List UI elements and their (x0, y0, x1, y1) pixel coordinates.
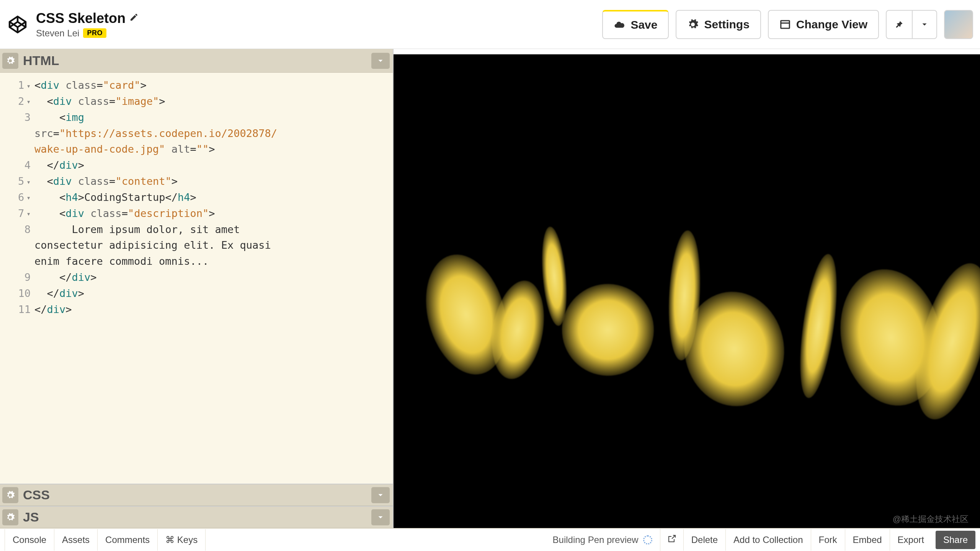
fold-icon[interactable]: ▾ (26, 192, 31, 203)
footer-tab-embed[interactable]: Embed (845, 529, 890, 551)
code-text[interactable]: </div> (34, 157, 393, 173)
panel-header-js: JS (0, 506, 393, 528)
css-settings-button[interactable] (2, 487, 18, 503)
code-text[interactable]: Lorem ipsum dolor, sit amet (34, 222, 393, 238)
panel-title-js: JS (23, 510, 39, 525)
code-line[interactable]: 1▾<div class="card"> (0, 77, 393, 93)
code-text[interactable]: src="https://assets.codepen.io/2002878/ (34, 126, 393, 142)
code-line[interactable]: 6▾ <h4>CodingStartup</h4> (0, 189, 393, 205)
code-line[interactable]: 11</div> (0, 302, 393, 318)
code-text[interactable]: </div> (34, 302, 393, 318)
codepen-logo-icon[interactable] (7, 14, 28, 35)
footer-tab-delete[interactable]: Delete (683, 529, 725, 551)
js-collapse-button[interactable] (371, 509, 390, 525)
fold-icon[interactable]: ▾ (26, 177, 31, 187)
pin-button[interactable] (887, 11, 912, 38)
code-line[interactable]: 3 <img (0, 109, 393, 126)
chevron-down-icon (920, 20, 929, 29)
code-text[interactable]: consectetur adipisicing elit. Ex quasi (34, 237, 393, 253)
line-number: 3 (0, 109, 34, 126)
main: HTML 1▾<div class="card">2▾ <div class="… (0, 49, 980, 528)
code-line[interactable]: 5▾ <div class="content"> (0, 173, 393, 189)
fold-icon[interactable]: ▾ (26, 96, 31, 107)
code-line[interactable]: consectetur adipisicing elit. Ex quasi (0, 237, 393, 253)
save-button[interactable]: Save (602, 10, 669, 39)
fold-icon[interactable]: ▾ (26, 209, 31, 219)
footer-tab-comments[interactable]: Comments (98, 529, 158, 551)
code-text[interactable]: <div class="image"> (34, 93, 393, 109)
settings-button[interactable]: Settings (676, 10, 761, 39)
gear-icon (6, 513, 15, 522)
share-button[interactable]: Share (936, 531, 975, 549)
change-view-button[interactable]: Change View (768, 10, 879, 39)
code-text[interactable]: </div> (34, 285, 393, 302)
panel-header-html: HTML (0, 49, 393, 73)
code-text[interactable]: enim facere commodi omnis... (34, 253, 393, 269)
spinner-icon (643, 535, 652, 544)
pin-dropdown-button[interactable] (912, 11, 936, 38)
pin-icon (894, 20, 904, 29)
title-block: CSS Skeleton Steven Lei PRO (36, 10, 139, 39)
header-left: CSS Skeleton Steven Lei PRO (7, 10, 139, 39)
code-text[interactable]: <div class="content"> (34, 173, 393, 189)
code-line[interactable]: 9 </div> (0, 269, 393, 285)
code-line[interactable]: 8 Lorem ipsum dolor, sit amet (0, 222, 393, 238)
footer-tab-export[interactable]: Export (890, 529, 932, 551)
footer-tab-console[interactable]: Console (5, 529, 54, 551)
code-text[interactable]: <h4>CodingStartup</h4> (34, 189, 393, 205)
editor-column: HTML 1▾<div class="card">2▾ <div class="… (0, 49, 394, 528)
code-text[interactable]: <img (34, 109, 393, 126)
line-number: 2▾ (0, 93, 34, 109)
panel-title-css: CSS (23, 487, 50, 502)
footer-tab-assets[interactable]: Assets (54, 529, 98, 551)
footer-tab-fork[interactable]: Fork (811, 529, 845, 551)
js-settings-button[interactable] (2, 509, 18, 525)
html-collapse-button[interactable] (371, 53, 390, 69)
external-link-icon (667, 534, 676, 543)
code-text[interactable]: <div class="card"> (34, 77, 393, 93)
cloud-icon (614, 19, 625, 31)
change-view-label: Change View (796, 18, 867, 31)
panel-header-css: CSS (0, 484, 393, 506)
code-line[interactable]: 2▾ <div class="image"> (0, 93, 393, 109)
pin-group (886, 10, 937, 39)
line-number: 1▾ (0, 77, 34, 93)
user-avatar[interactable] (944, 10, 973, 39)
chevron-down-icon (376, 513, 385, 522)
edit-title-icon[interactable] (129, 13, 139, 24)
chevron-down-icon (376, 57, 385, 65)
chevron-down-icon (376, 491, 385, 499)
code-line[interactable]: 7▾ <div class="description"> (0, 205, 393, 222)
html-code-editor[interactable]: 1▾<div class="card">2▾ <div class="image… (0, 73, 393, 484)
fold-icon[interactable]: ▾ (26, 81, 31, 91)
settings-label: Settings (704, 18, 749, 31)
code-text[interactable]: wake-up-and-code.jpg" alt=""> (34, 141, 393, 157)
code-line[interactable]: 10 </div> (0, 285, 393, 302)
header-right: Save Settings Change View (602, 10, 973, 39)
line-number: 8 (0, 222, 34, 238)
author-name[interactable]: Steven Lei (36, 28, 79, 39)
html-settings-button[interactable] (2, 53, 18, 69)
line-number: 9 (0, 269, 34, 285)
code-text[interactable]: <div class="description"> (34, 205, 393, 222)
code-line[interactable]: wake-up-and-code.jpg" alt=""> (0, 141, 393, 157)
gear-icon (6, 56, 15, 65)
footer-tab--keys[interactable]: ⌘ Keys (158, 529, 206, 551)
line-number: 6▾ (0, 189, 34, 205)
svg-rect-0 (781, 21, 790, 28)
css-collapse-button[interactable] (371, 487, 390, 503)
code-line[interactable]: 4 </div> (0, 157, 393, 173)
save-label: Save (630, 18, 657, 31)
code-line[interactable]: enim facere commodi omnis... (0, 253, 393, 269)
preview-column (394, 49, 980, 528)
panel-title-html: HTML (23, 53, 59, 68)
code-line[interactable]: src="https://assets.codepen.io/2002878/ (0, 126, 393, 142)
header: CSS Skeleton Steven Lei PRO Save Setting… (0, 0, 980, 49)
line-number: 10 (0, 285, 34, 302)
preview-gap (394, 49, 980, 54)
footer-tab-add-to-collection[interactable]: Add to Collection (725, 529, 810, 551)
open-pen-button[interactable] (660, 529, 683, 551)
preview-frame[interactable] (394, 54, 980, 528)
code-text[interactable]: </div> (34, 269, 393, 285)
pro-badge: PRO (83, 28, 106, 38)
